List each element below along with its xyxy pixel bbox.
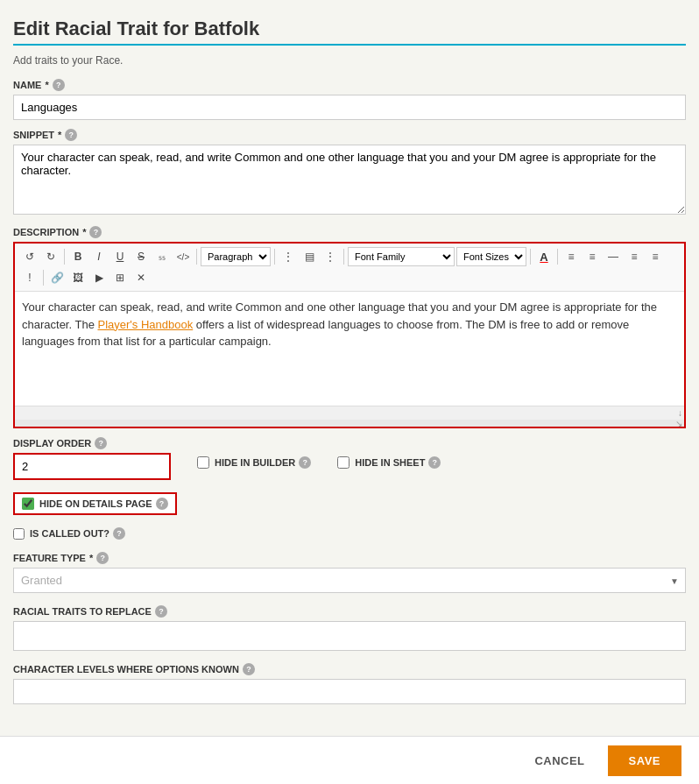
toolbar-sep-4 (343, 249, 344, 265)
snippet-required-star: * (58, 130, 61, 140)
subscript-button[interactable]: ₅₅ (152, 247, 172, 266)
racial-traits-input[interactable] (13, 621, 686, 651)
hide-on-details-label: HIDE ON DETAILS PAGE ? (39, 498, 168, 510)
page-title: Edit Racial Trait for Batfolk (13, 18, 686, 40)
hide-on-details-section: HIDE ON DETAILS PAGE ? (13, 492, 177, 515)
toolbar-sep-5 (530, 249, 531, 265)
decrease-indent-button[interactable]: — (604, 247, 623, 266)
footer-bar: CANCEL SAVE (0, 736, 699, 784)
outdent-button[interactable]: ≡ (646, 247, 665, 266)
description-label: DESCRIPTION * ? (13, 226, 686, 238)
bold-button[interactable]: B (68, 247, 88, 266)
char-levels-input[interactable] (13, 679, 686, 704)
snippet-help-icon[interactable]: ? (65, 129, 77, 141)
resize-icon: ↘ (675, 419, 682, 428)
hide-in-builder-help-icon[interactable]: ? (299, 456, 311, 469)
video-button[interactable]: ▶ (89, 268, 109, 287)
is-called-out-checkbox[interactable] (13, 528, 25, 540)
feature-type-label: FEATURE TYPE * ? (13, 552, 686, 564)
hide-on-details-checkbox[interactable] (22, 498, 34, 510)
unordered-list-button[interactable]: ≡ (582, 247, 602, 266)
hide-in-sheet-help-icon[interactable]: ? (428, 456, 441, 469)
redo-button[interactable]: ↻ (41, 247, 60, 266)
hide-in-builder-label: HIDE IN BUILDER ? (215, 456, 311, 469)
font-sizes-dropdown[interactable]: Font Sizes 12 14 16 (456, 247, 526, 266)
description-help-icon[interactable]: ? (89, 226, 102, 238)
name-input[interactable] (13, 95, 686, 120)
racial-traits-section: RACIAL TRAITS TO REPLACE ? (13, 605, 686, 651)
scroll-down-indicator: ↓ (678, 408, 682, 418)
ordered-list-button[interactable]: ≡ (561, 247, 581, 266)
align-left-button[interactable]: ⋮ (279, 247, 298, 266)
indent-button[interactable]: ! (20, 268, 39, 287)
save-button[interactable]: SAVE (608, 745, 681, 776)
cancel-button[interactable]: CANCEL (520, 747, 598, 774)
editor-resize-handle[interactable]: ↘ (15, 420, 684, 427)
subtitle: Add traits to your Race. (13, 54, 686, 67)
table-button[interactable]: ⊞ (110, 268, 130, 287)
toolbar-sep-6 (557, 249, 558, 265)
editor-toolbar: ↺ ↻ B I U S ₅₅ </> Paragraph Heading 1 H… (15, 244, 684, 292)
font-family-dropdown[interactable]: Font Family Arial Times New Roman (348, 247, 455, 266)
description-outer: DESCRIPTION * ? ↺ ↻ B I U S ₅₅ </> Parag… (13, 226, 686, 428)
clear-format-button[interactable]: ✕ (131, 268, 151, 287)
paragraph-dropdown[interactable]: Paragraph Heading 1 Heading 2 (201, 247, 271, 266)
players-handbook-link[interactable]: Player's Handbook (97, 318, 193, 331)
text-color-button[interactable]: A (534, 247, 554, 266)
italic-button[interactable]: I (89, 247, 109, 266)
char-levels-help-icon[interactable]: ? (243, 663, 255, 675)
hide-in-builder-group: HIDE IN BUILDER ? (197, 437, 311, 469)
undo-button[interactable]: ↺ (20, 247, 39, 266)
underline-button[interactable]: U (110, 247, 130, 266)
strikethrough-button[interactable]: S (131, 247, 151, 266)
hide-in-builder-checkbox[interactable] (197, 456, 209, 469)
align-center-button[interactable]: ▤ (300, 247, 319, 266)
hide-on-details-help-icon[interactable]: ? (156, 498, 168, 510)
display-order-input[interactable] (13, 453, 171, 480)
title-underline (13, 44, 686, 46)
snippet-label: SNIPPET * ? (13, 129, 686, 141)
racial-traits-label: RACIAL TRAITS TO REPLACE ? (13, 605, 686, 618)
editor-content[interactable]: Your character can speak, read, and writ… (15, 292, 684, 406)
display-order-label: DISPLAY ORDER ? (13, 437, 171, 449)
is-called-out-help-icon[interactable]: ? (113, 527, 125, 540)
toolbar-sep-2 (196, 249, 197, 265)
hide-in-sheet-group: HIDE IN SHEET ? (337, 437, 441, 469)
description-required-star: * (82, 227, 86, 237)
feature-type-select-wrapper: Granted Optional Replacement ▼ (13, 568, 686, 593)
feature-type-section: FEATURE TYPE * ? Granted Optional Replac… (13, 552, 686, 593)
toolbar-sep-7 (43, 270, 44, 286)
description-editor: ↺ ↻ B I U S ₅₅ </> Paragraph Heading 1 H… (13, 242, 686, 428)
is-called-out-row: IS CALLED OUT? ? (13, 527, 686, 540)
char-levels-label: CHARACTER LEVELS WHERE OPTIONS KNOWN ? (13, 663, 686, 675)
align-right-button[interactable]: ⋮ (321, 247, 340, 266)
page-container: Edit Racial Trait for Batfolk Add traits… (0, 0, 699, 784)
feature-type-required-star: * (89, 553, 93, 563)
name-label: NAME * ? (13, 79, 686, 91)
code-button[interactable]: </> (173, 247, 193, 266)
feature-type-help-icon[interactable]: ? (96, 552, 109, 564)
char-levels-section: CHARACTER LEVELS WHERE OPTIONS KNOWN ? (13, 663, 686, 704)
racial-traits-help-icon[interactable]: ? (155, 605, 167, 618)
name-section: NAME * ? (13, 79, 686, 120)
display-order-help-icon[interactable]: ? (95, 437, 107, 449)
is-called-out-label: IS CALLED OUT? ? (30, 527, 125, 540)
feature-type-select[interactable]: Granted Optional Replacement (13, 568, 686, 593)
snippet-section: SNIPPET * ? Your character can speak, re… (13, 129, 686, 217)
link-button[interactable]: 🔗 (47, 268, 67, 287)
display-order-field: DISPLAY ORDER ? (13, 437, 171, 480)
editor-scrollbar-area: ↓ (15, 406, 684, 420)
toolbar-sep-3 (274, 249, 275, 265)
snippet-textarea[interactable]: Your character can speak, read, and writ… (13, 145, 686, 215)
inline-fields-row: DISPLAY ORDER ? HIDE IN BUILDER ? HIDE I… (13, 437, 686, 480)
hide-in-sheet-label: HIDE IN SHEET ? (355, 456, 441, 469)
name-help-icon[interactable]: ? (53, 79, 65, 91)
toolbar-sep-1 (64, 249, 65, 265)
increase-indent-button[interactable]: ≡ (625, 247, 644, 266)
hide-in-sheet-checkbox[interactable] (337, 456, 350, 469)
name-required-star: * (45, 80, 48, 90)
image-button[interactable]: 🖼 (68, 268, 88, 287)
